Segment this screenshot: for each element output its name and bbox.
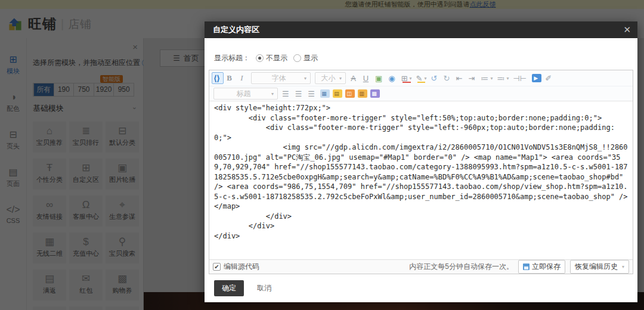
ok-button[interactable]: 确定 bbox=[214, 280, 244, 296]
horizontal-rule-button[interactable]: ⊣⊢ bbox=[512, 72, 531, 84]
radio-show-title[interactable] bbox=[293, 54, 301, 62]
radio-hide-label: 不显示 bbox=[266, 53, 287, 63]
dialog-actions: 确定 取消 bbox=[214, 280, 271, 296]
editor-footer-right: 内容正文每5分钟自动保存一次。 立即保存 恢复编辑历史 ▾ bbox=[409, 260, 629, 274]
indent-button[interactable]: ⇥ bbox=[466, 72, 478, 84]
save-now-button[interactable]: 立即保存 bbox=[518, 260, 565, 274]
align-center-button[interactable]: ☰ bbox=[293, 88, 306, 100]
dialog-title: 自定义内容区 bbox=[213, 25, 259, 34]
undo-button[interactable]: ↺ bbox=[429, 72, 441, 84]
restore-history-button[interactable]: 恢复编辑历史 ▾ bbox=[570, 260, 629, 274]
insert-image-button[interactable]: ▣ bbox=[373, 72, 386, 84]
numbered-list-button[interactable]: ≕ ▾ bbox=[496, 72, 511, 84]
strikethrough-button[interactable]: A bbox=[348, 72, 360, 84]
custom-module-button-2[interactable]: ◫ bbox=[345, 89, 355, 98]
editor-toolbar-row-2: 标题 ▾ ☰ ☰ ☰ bbox=[209, 86, 633, 101]
cancel-button[interactable]: 取消 bbox=[257, 283, 271, 293]
floppy-disk-icon bbox=[523, 264, 530, 270]
editor-footer: ✔ 编辑源代码 内容正文每5分钟自动保存一次。 立即保存 恢复编辑历史 ▾ bbox=[209, 259, 633, 274]
insert-video-button[interactable]: ▶ bbox=[532, 74, 541, 82]
highlight-color-button[interactable]: ✎ ▾ bbox=[414, 72, 429, 84]
align-left-button[interactable]: ☰ bbox=[280, 88, 293, 100]
font-size-select[interactable]: 大小 ▾ bbox=[315, 72, 346, 84]
custom-module-button-1[interactable]: ▤ bbox=[333, 89, 342, 98]
redo-button[interactable]: ↻ bbox=[441, 72, 453, 84]
remove-format-button[interactable]: ✐ bbox=[543, 72, 555, 84]
outdent-button[interactable]: ⇤ bbox=[454, 72, 466, 84]
chevron-down-icon: ▾ bbox=[622, 264, 624, 269]
paragraph-format-select[interactable]: 标题 ▾ bbox=[213, 88, 278, 100]
autosave-text: 内容正文每5分钟自动保存一次。 bbox=[409, 262, 513, 272]
custom-module-button-3[interactable]: ▥ bbox=[358, 89, 367, 98]
bullet-list-button[interactable]: ≔ ▾ bbox=[479, 72, 494, 84]
underline-button[interactable]: U bbox=[361, 72, 373, 84]
custom-module-button-4[interactable]: ▩ bbox=[370, 89, 380, 98]
edit-source-label: 编辑源代码 bbox=[224, 262, 259, 272]
rich-text-editor: ⟨⟩ B I 字体 ▾ bbox=[209, 70, 633, 274]
close-icon[interactable]: ✕ bbox=[623, 21, 631, 38]
italic-button[interactable]: I bbox=[237, 72, 249, 84]
show-title-label: 显示标题： bbox=[214, 53, 250, 63]
radio-show-label: 显示 bbox=[304, 53, 318, 63]
font-family-select[interactable]: 字体 ▾ bbox=[251, 72, 311, 84]
dialog-titlebar: 自定义内容区 ✕ bbox=[205, 21, 637, 38]
bold-button[interactable]: B bbox=[224, 72, 236, 84]
custom-content-dialog: 自定义内容区 ✕ 显示标题： 不显示 显示 ⟨⟩ B I bbox=[205, 21, 637, 302]
edit-source-checkbox[interactable]: ✔ bbox=[213, 263, 221, 271]
radio-hide-title[interactable] bbox=[256, 54, 264, 62]
text-color-button[interactable]: ⊞ ▾ bbox=[400, 72, 414, 84]
insert-table-button[interactable]: ▦ bbox=[320, 89, 330, 98]
source-code-textarea[interactable]: <div style="height:772px;"> <div class="… bbox=[209, 100, 633, 259]
source-code-button[interactable]: ⟨⟩ bbox=[212, 72, 224, 84]
show-title-row: 显示标题： 不显示 显示 bbox=[214, 53, 318, 63]
insert-link-button[interactable]: ◉ bbox=[386, 72, 398, 84]
align-right-button[interactable]: ☰ bbox=[306, 88, 318, 100]
editor-toolbar-row-1: ⟨⟩ B I 字体 ▾ bbox=[209, 70, 633, 86]
